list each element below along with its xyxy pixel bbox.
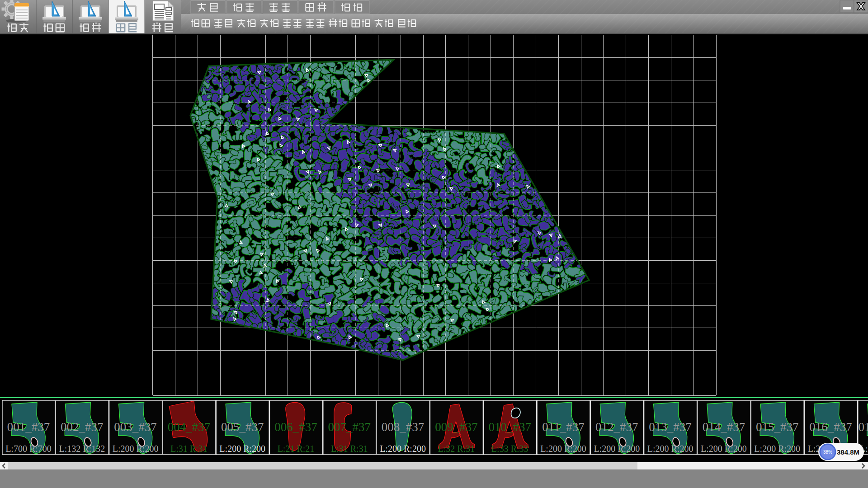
svg-text:L:31 R:31: L:31 R:31 <box>170 444 208 454</box>
svg-text:014_#37: 014_#37 <box>703 420 745 434</box>
svg-text:003_#37: 003_#37 <box>114 420 157 434</box>
svg-text:011_#37: 011_#37 <box>542 420 585 434</box>
svg-text:L:200 R:200: L:200 R:200 <box>219 444 265 454</box>
svg-text:L:200 R:200: L:200 R:200 <box>540 444 586 454</box>
svg-text:L:200 R:200: L:200 R:200 <box>380 444 426 454</box>
svg-text:012_#37: 012_#37 <box>595 420 638 434</box>
svg-text:010_#37: 010_#37 <box>488 420 531 434</box>
svg-text:017_#37: 017_#37 <box>859 420 868 434</box>
svg-text:008_#37: 008_#37 <box>382 420 425 434</box>
svg-text:004_#37: 004_#37 <box>168 420 211 434</box>
svg-text:006_#37: 006_#37 <box>274 420 317 434</box>
svg-text:L:200 R:200: L:200 R:200 <box>754 444 800 454</box>
svg-text:L:132 R:132: L:132 R:132 <box>59 444 105 454</box>
svg-text:L:200 R:200: L:200 R:200 <box>594 444 640 454</box>
svg-text:38%: 38% <box>823 450 832 455</box>
svg-text:L:31 R:31: L:31 R:31 <box>331 444 368 454</box>
svg-text:005_#37: 005_#37 <box>221 420 264 434</box>
svg-text:L:200 R:200: L:200 R:200 <box>647 444 693 454</box>
svg-text:L:21 R:21: L:21 R:21 <box>278 444 315 454</box>
svg-text:L:33 R:33: L:33 R:33 <box>491 444 528 454</box>
svg-text:007_#37: 007_#37 <box>328 420 371 434</box>
svg-text:L:700 R:700: L:700 R:700 <box>5 444 52 454</box>
svg-text:002_#37: 002_#37 <box>61 420 104 434</box>
svg-text:L:200 R:200: L:200 R:200 <box>701 444 747 454</box>
svg-text:L:32 R:31: L:32 R:31 <box>438 444 475 454</box>
svg-text:016_#37: 016_#37 <box>809 420 852 434</box>
svg-text:009_#37: 009_#37 <box>435 420 478 434</box>
svg-text:384.8M: 384.8M <box>837 448 859 456</box>
svg-text:015_#37: 015_#37 <box>756 420 799 434</box>
svg-text:001_#37: 001_#37 <box>7 420 50 434</box>
svg-text:013_#37: 013_#37 <box>649 420 692 434</box>
svg-text:L:200 R:200: L:200 R:200 <box>113 444 159 454</box>
